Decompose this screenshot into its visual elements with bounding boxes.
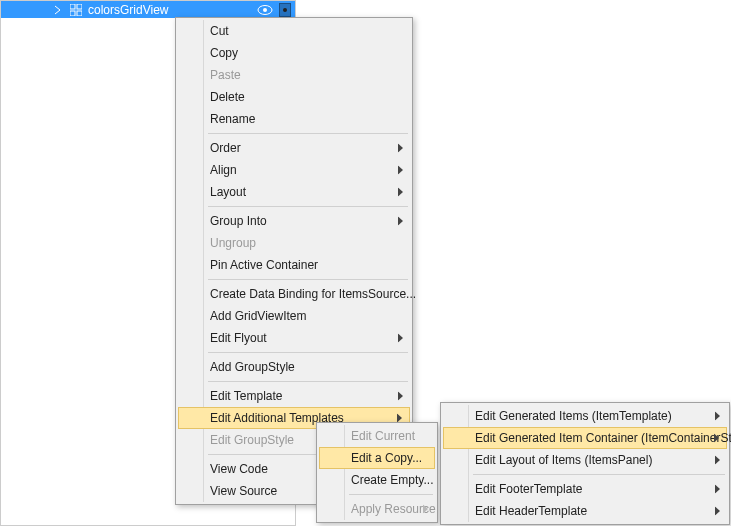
label: Edit Current <box>351 429 415 443</box>
submenu-arrow-icon <box>398 334 404 343</box>
menu-item-edit-current: Edit Current <box>319 425 435 447</box>
label: Edit Layout of Items (ItemsPanel) <box>475 453 652 467</box>
label: Group Into <box>210 214 267 228</box>
svg-rect-0 <box>70 4 75 9</box>
menu-item-rename[interactable]: Rename <box>178 108 410 130</box>
menu-separator <box>208 352 408 353</box>
menu-item-add-gridviewitem[interactable]: Add GridViewItem <box>178 305 410 327</box>
label: View Source <box>210 484 277 498</box>
submenu-arrow-icon <box>398 166 404 175</box>
menu-item-add-groupstyle[interactable]: Add GroupStyle <box>178 356 410 378</box>
label: Edit GroupStyle <box>210 433 294 447</box>
submenu-arrow-icon <box>423 505 429 514</box>
outline-node-label: colorsGridView <box>88 3 168 17</box>
label: Ungroup <box>210 236 256 250</box>
menu-item-align[interactable]: Align <box>178 159 410 181</box>
menu-item-edit-flyout[interactable]: Edit Flyout <box>178 327 410 349</box>
menu-item-edit-generated-items[interactable]: Edit Generated Items (ItemTemplate) <box>443 405 727 427</box>
label: Edit Generated Item Container (ItemConta… <box>475 431 731 445</box>
label: Edit FooterTemplate <box>475 482 582 496</box>
label: Layout <box>210 185 246 199</box>
label: Add GroupStyle <box>210 360 295 374</box>
submenu-edit-options: Edit Current Edit a Copy... Create Empty… <box>316 422 438 523</box>
submenu-arrow-icon <box>715 507 721 516</box>
menu-separator <box>349 494 433 495</box>
expand-chevron-icon[interactable] <box>53 5 63 15</box>
submenu-arrow-icon <box>398 217 404 226</box>
menu-separator <box>208 279 408 280</box>
label: Edit Template <box>210 389 283 403</box>
label: Cut <box>210 24 229 38</box>
menu-item-edit-template[interactable]: Edit Template <box>178 385 410 407</box>
menu-item-ungroup: Ungroup <box>178 232 410 254</box>
menu-item-create-data-binding[interactable]: Create Data Binding for ItemsSource... <box>178 283 410 305</box>
visibility-eye-icon[interactable] <box>257 4 273 16</box>
menu-item-create-empty[interactable]: Create Empty... <box>319 469 435 491</box>
menu-item-edit-a-copy[interactable]: Edit a Copy... <box>319 447 435 469</box>
menu-item-copy[interactable]: Copy <box>178 42 410 64</box>
label: Copy <box>210 46 238 60</box>
svg-rect-2 <box>70 11 75 16</box>
label: View Code <box>210 462 268 476</box>
label: Rename <box>210 112 255 126</box>
lock-toggle[interactable] <box>279 3 291 17</box>
menu-item-group-into[interactable]: Group Into <box>178 210 410 232</box>
label: Order <box>210 141 241 155</box>
svg-point-5 <box>263 8 267 12</box>
submenu-arrow-icon <box>398 188 404 197</box>
label: Edit HeaderTemplate <box>475 504 587 518</box>
menu-item-edit-footertemplate[interactable]: Edit FooterTemplate <box>443 478 727 500</box>
submenu-arrow-icon <box>715 456 721 465</box>
menu-item-cut[interactable]: Cut <box>178 20 410 42</box>
svg-rect-1 <box>77 4 82 9</box>
label: Align <box>210 163 237 177</box>
menu-item-edit-generated-item-container[interactable]: Edit Generated Item Container (ItemConta… <box>443 427 727 449</box>
submenu-arrow-icon <box>398 392 404 401</box>
label: Edit a Copy... <box>351 451 422 465</box>
menu-separator <box>208 133 408 134</box>
label: Edit Generated Items (ItemTemplate) <box>475 409 672 423</box>
menu-item-edit-layout-of-items[interactable]: Edit Layout of Items (ItemsPanel) <box>443 449 727 471</box>
submenu-arrow-icon <box>714 434 720 443</box>
menu-item-delete[interactable]: Delete <box>178 86 410 108</box>
svg-rect-3 <box>77 11 82 16</box>
menu-separator <box>208 381 408 382</box>
label: Create Data Binding for ItemsSource... <box>210 287 416 301</box>
menu-item-pin-active-container[interactable]: Pin Active Container <box>178 254 410 276</box>
menu-item-paste: Paste <box>178 64 410 86</box>
menu-item-edit-headertemplate[interactable]: Edit HeaderTemplate <box>443 500 727 522</box>
label: Pin Active Container <box>210 258 318 272</box>
menu-item-layout[interactable]: Layout <box>178 181 410 203</box>
menu-separator <box>473 474 725 475</box>
label: Add GridViewItem <box>210 309 307 323</box>
label: Paste <box>210 68 241 82</box>
label: Delete <box>210 90 245 104</box>
submenu-arrow-icon <box>398 144 404 153</box>
submenu-additional-templates: Edit Generated Items (ItemTemplate) Edit… <box>440 402 730 525</box>
submenu-arrow-icon <box>715 412 721 421</box>
gridview-icon <box>69 3 83 17</box>
menu-item-order[interactable]: Order <box>178 137 410 159</box>
outline-node-colorsgridview[interactable]: colorsGridView <box>1 1 295 18</box>
menu-separator <box>208 206 408 207</box>
label: Create Empty... <box>351 473 433 487</box>
submenu-arrow-icon <box>715 485 721 494</box>
label: Edit Flyout <box>210 331 267 345</box>
menu-item-apply-resource: Apply Resource <box>319 498 435 520</box>
